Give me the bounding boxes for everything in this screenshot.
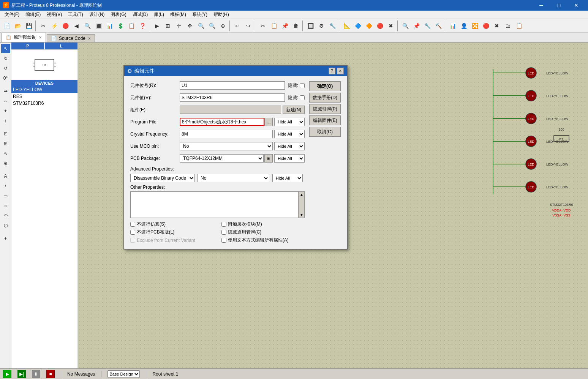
toolbar-extra4[interactable]: 🔴 [481,21,491,31]
tool-arc[interactable]: ◠ [1,211,10,220]
toolbar-sim3[interactable]: 🔶 [364,21,374,31]
close-button[interactable]: ✕ [567,0,585,11]
toolbar-open[interactable]: 📂 [13,21,23,31]
program-hide-select[interactable]: Hide All [274,118,305,126]
tool-select[interactable]: ↖ [1,44,10,53]
menu-design[interactable]: 设计(N) [86,11,108,19]
toolbar-sim2[interactable]: 🔷 [352,21,363,31]
edit-firmware-button[interactable]: 编辑固件(E) [309,115,341,125]
toolbar-btn-2[interactable]: ⚡ [49,21,60,31]
toolbar-run[interactable]: ▶ [152,21,162,31]
tab-sourcecode[interactable]: 📄 Source Code ✕ [47,34,95,42]
tool-junction[interactable]: ↔ [1,96,10,106]
toolbar-sim1[interactable]: 📐 [341,21,352,31]
program-browse-button[interactable]: … [264,118,273,126]
toolbar-btn-4[interactable]: ◀ [71,21,82,31]
toolbar-save[interactable]: 💾 [24,21,34,31]
disassemble-select[interactable]: Disassemble Binary Code [130,174,195,182]
toolbar-btn-7[interactable]: 📊 [104,21,115,31]
toolbar-delete[interactable]: 🗑 [291,21,301,31]
tab-sourcecode-close[interactable]: ✕ [88,36,91,41]
toolbar-new[interactable]: 📄 [2,21,12,31]
schematic-grid[interactable]: LED LED-YELLOW LED LED-YELLOW LED LED-YE… [78,43,588,368]
menu-tools[interactable]: 工具(T) [65,11,86,19]
dialog-close-btn[interactable]: × [337,68,344,74]
toolbar-misc1[interactable]: 🔍 [400,21,411,31]
tool-bus[interactable]: ↑ [1,116,10,125]
toolbar-btn-5[interactable]: 🔍 [82,21,93,31]
tool-rotate-ccw[interactable]: ↺ [1,64,10,73]
menu-library[interactable]: 库(L) [151,11,167,19]
toolbar-comp[interactable]: 🔲 [305,21,316,31]
component-led-yellow[interactable]: LED-YELLOW [11,86,77,93]
other-textarea[interactable] [130,191,299,218]
ref-hide-checkbox[interactable] [300,83,305,88]
tool-place3[interactable]: ∿ [1,149,10,158]
group-input[interactable] [180,106,281,114]
toolbar-extra2[interactable]: 👤 [458,21,469,31]
menu-graph[interactable]: 图表(G) [107,11,129,19]
minimize-button[interactable]: ─ [533,0,550,11]
toolbar-sim4[interactable]: 🔴 [375,21,385,31]
toolbar-cross[interactable]: ✛ [174,21,184,31]
toolbar-prop[interactable]: ⚙ [316,21,327,31]
toolbar-paste[interactable]: 📌 [280,21,290,31]
toolbar-misc3[interactable]: 🔧 [422,21,433,31]
side-tab-p[interactable]: P [11,43,44,49]
value-hide-checkbox[interactable] [300,95,305,100]
toolbar-zoom-fit[interactable]: ⊕ [218,21,228,31]
pause-button[interactable]: ⏸ [32,370,40,378]
mco-select[interactable]: No Yes [180,142,273,150]
tool-place4[interactable]: ⊕ [1,159,10,168]
tool-place2[interactable]: ⊞ [1,139,10,148]
hidden-pins-button[interactable]: 隐藏引脚(P) [309,104,341,114]
toolbar-sim5[interactable]: ✖ [386,21,396,31]
component-stm32[interactable]: STM32F103R6 [11,100,77,107]
toolbar-undo[interactable]: ↩ [232,21,243,31]
step-button[interactable]: ▶| [17,370,26,378]
toolbar-extra5[interactable]: ✖ [492,21,502,31]
tool-rotate-cw[interactable]: ↻ [1,54,10,63]
toolbar-cut[interactable]: ✂ [258,21,268,31]
tab-schematic-close[interactable]: ✕ [39,35,42,39]
menu-file[interactable]: 文件(F) [2,11,22,19]
no-pcb-checkbox[interactable] [130,230,135,235]
tool-extra1[interactable]: + [1,234,10,243]
toolbar-extra7[interactable]: 📋 [514,21,524,31]
crystal-input[interactable] [180,130,273,138]
tool-line[interactable]: / [1,182,10,191]
tool-place1[interactable]: ⊡ [1,129,10,138]
toolbar-grid[interactable]: ⊞ [163,21,173,31]
toolbar-zoomout[interactable]: 🔍 [207,21,217,31]
side-tab-l[interactable]: L [45,43,77,49]
hier-module-checkbox[interactable] [221,222,226,227]
menu-edit[interactable]: 编辑(E) [22,11,44,19]
toolbar-btn-3[interactable]: 🔴 [60,21,71,31]
menu-help[interactable]: 帮助(H) [210,11,232,19]
dialog-help-btn[interactable]: ? [329,68,335,74]
component-res[interactable]: RES [11,93,77,100]
toolbar-extra6[interactable]: 🗂 [503,21,513,31]
tool-component[interactable]: ➡ [1,87,10,96]
scrollbar-up[interactable]: ▲ [299,193,304,197]
ref-input[interactable] [180,81,285,90]
menu-system[interactable]: 系统(Y) [189,11,210,19]
disassemble-value-select[interactable]: No Yes [197,174,269,182]
toolbar-extra1[interactable]: 📊 [447,21,458,31]
cancel-button[interactable]: 取消(C) [309,127,341,137]
adv-hide-select[interactable]: Hide All [272,174,303,182]
toolbar-move[interactable]: ✥ [185,21,195,31]
toolbar-btn-1[interactable]: ✂ [38,21,49,31]
hide-pins-checkbox[interactable] [221,230,226,235]
toolbar-redo[interactable]: ↪ [243,21,254,31]
design-type-select[interactable]: Base Design [107,370,140,378]
toolbar-btn-6[interactable]: 🔳 [93,21,104,31]
toolbar-zoomin[interactable]: 🔍 [196,21,206,31]
canvas-area[interactable]: LED LED-YELLOW LED LED-YELLOW LED LED-YE… [78,43,588,368]
crystal-hide-select[interactable]: Hide All [274,130,305,138]
datasheet-button[interactable]: 数据手册(D) [309,93,341,103]
tool-poly[interactable]: ⬡ [1,221,10,230]
tool-text[interactable]: A [1,172,10,181]
pcb-select[interactable]: TQFP64-12X12MM [180,154,264,163]
new-group-button[interactable]: 新建(N) [283,106,305,114]
